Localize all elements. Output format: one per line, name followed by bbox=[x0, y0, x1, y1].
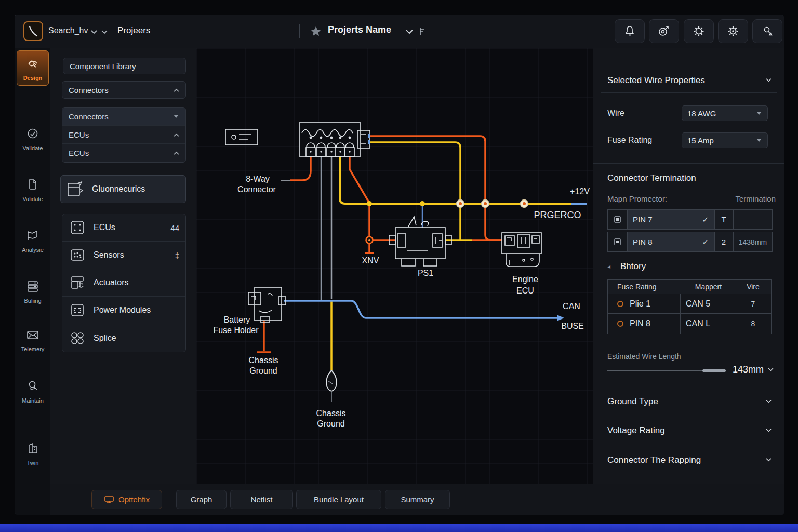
connector-component-icon bbox=[66, 180, 85, 198]
ground-type-section[interactable]: Ground Type bbox=[607, 396, 658, 407]
schematic-canvas[interactable]: 8-Way Connector Battery Fuse Holder Chas… bbox=[196, 48, 593, 484]
label-chassis2-line1: Chassis bbox=[316, 409, 346, 418]
history-header-row: Fuse Rating Mappert Vire bbox=[608, 280, 771, 294]
search-input[interactable]: Search_hv bbox=[48, 26, 88, 35]
sidebar-item-analysis[interactable]: Analysie bbox=[17, 229, 49, 253]
length-slider-handle[interactable] bbox=[702, 369, 726, 372]
chevron-up-icon bbox=[174, 151, 179, 155]
collapse-triangle-icon[interactable]: ◂ bbox=[607, 263, 610, 270]
sidebar-item-telemetry[interactable]: Telemery bbox=[17, 329, 49, 352]
label-prgerco: PRGERCO bbox=[534, 210, 581, 220]
termination-code-cell[interactable]: 2 bbox=[714, 232, 733, 252]
netlist-button[interactable]: Netlist bbox=[230, 490, 293, 509]
estimated-length-value: 143mm bbox=[733, 364, 764, 375]
sidebar-item-validate[interactable]: Validate bbox=[17, 127, 49, 151]
library-item-sensors[interactable]: Sensors ‡ bbox=[62, 242, 185, 269]
chevron-down-icon[interactable] bbox=[766, 78, 772, 82]
row-checkbox-cell[interactable] bbox=[607, 209, 627, 230]
pin-select[interactable]: PIN 7 ✓ bbox=[627, 209, 714, 230]
termination-column-label: Termination bbox=[735, 194, 776, 203]
row-checkbox-cell[interactable] bbox=[607, 232, 627, 252]
pin-select[interactable]: PIN 8 ✓ bbox=[627, 232, 714, 252]
dropdown-row-ecus[interactable]: ECUs bbox=[62, 126, 185, 144]
component-library-panel: Component Library Connectors Connectors … bbox=[50, 48, 196, 484]
library-item-label: Splice bbox=[94, 334, 116, 343]
chevron-down-icon[interactable] bbox=[406, 30, 413, 34]
label-chassis1-line2: Ground bbox=[249, 366, 277, 375]
user-search-button[interactable] bbox=[752, 19, 782, 43]
section-divider bbox=[593, 445, 784, 445]
chevron-down-icon[interactable] bbox=[768, 368, 774, 371]
sidebar-item-building[interactable]: Buliing bbox=[17, 280, 49, 304]
chevron-down-icon[interactable] bbox=[91, 30, 97, 34]
section-divider bbox=[593, 387, 784, 387]
history-wire: 8 bbox=[736, 320, 770, 328]
history-header: Fuse Rating bbox=[608, 283, 681, 291]
connector-wrapping-section[interactable]: Connector The Rapping bbox=[607, 455, 701, 466]
triangle-down-icon bbox=[173, 114, 179, 118]
fuse-rating-label: Fuse Rating bbox=[607, 136, 652, 145]
library-filter-connectors[interactable]: Connectors bbox=[62, 81, 186, 99]
app-logo[interactable] bbox=[23, 21, 43, 41]
actuator-icon bbox=[69, 274, 86, 291]
button-label: Netlist bbox=[251, 495, 273, 504]
project-name[interactable]: Projerts Name bbox=[328, 24, 391, 35]
document-check-icon bbox=[26, 178, 39, 191]
bottom-bar: Opttehfix Graph Netlist Bundle Layout Su… bbox=[50, 484, 784, 515]
sidebar-item-validate-2[interactable]: Validate bbox=[17, 178, 49, 202]
bundle-layout-button[interactable]: Bundle Layout bbox=[296, 490, 381, 509]
power-module-icon bbox=[69, 301, 86, 319]
history-wire: 7 bbox=[736, 300, 770, 308]
label-engine-line1: Engine bbox=[512, 275, 538, 284]
library-item-splice[interactable]: Splice bbox=[62, 324, 185, 352]
dropdown-row-ecus-2[interactable]: ECUs bbox=[62, 144, 185, 162]
sidebar-item-design[interactable]: Design bbox=[17, 50, 49, 86]
star-icon[interactable] bbox=[310, 25, 322, 37]
label-chassis1-line1: Chassis bbox=[249, 356, 278, 365]
history-row[interactable]: PIN 8 CAN L 8 bbox=[608, 314, 771, 334]
termination-code-cell[interactable]: T bbox=[714, 209, 733, 230]
monitor-icon bbox=[104, 496, 114, 504]
summary-button[interactable]: Summary bbox=[385, 490, 450, 509]
chevron-down-icon[interactable] bbox=[101, 30, 108, 34]
status-circle-icon bbox=[617, 321, 623, 327]
notifications-button[interactable] bbox=[615, 19, 645, 43]
chevron-down-icon[interactable] bbox=[766, 429, 772, 432]
termination-row: PIN 7 ✓ T bbox=[607, 209, 773, 230]
history-row[interactable]: Plie 1 CAN 5 7 bbox=[608, 294, 771, 314]
sidebar-item-label: Telemery bbox=[17, 346, 49, 352]
dropdown-row-connectors[interactable]: Connectors bbox=[62, 108, 185, 126]
check-icon: ✓ bbox=[702, 237, 709, 247]
code-value: T bbox=[721, 215, 726, 224]
flag-icon bbox=[419, 28, 425, 36]
fuse-rating-select[interactable]: 15 Amp bbox=[682, 132, 768, 148]
label-chassis2-line2: Ground bbox=[317, 419, 344, 428]
termination-length-cell[interactable]: 1438mm bbox=[733, 232, 773, 252]
fuse-rating-value: 15 Amp bbox=[687, 136, 714, 145]
library-item-connectors[interactable]: Gluonnecurics bbox=[60, 175, 186, 203]
wire-gauge-select[interactable]: 18 AWG bbox=[682, 105, 768, 121]
settings-button-2[interactable] bbox=[718, 19, 748, 43]
voltage-rating-section[interactable]: Voltage Rating bbox=[607, 425, 665, 436]
graph-button[interactable]: Graph bbox=[176, 490, 227, 509]
termination-length-cell[interactable] bbox=[733, 209, 773, 230]
sidebar-item-maintain[interactable]: Maintain bbox=[17, 380, 49, 404]
map-connector-label: Mapn Promector: bbox=[607, 194, 667, 203]
chevron-down-icon[interactable] bbox=[766, 458, 772, 462]
stack-icon bbox=[26, 280, 39, 292]
settings-button[interactable] bbox=[684, 19, 714, 43]
breadcrumb-projects[interactable]: Projeers bbox=[117, 25, 150, 36]
library-item-power-modules[interactable]: Power Modules bbox=[62, 297, 185, 324]
library-item-ecus[interactable]: ECUs 44 bbox=[62, 214, 185, 242]
section-divider bbox=[593, 163, 784, 164]
optichfix-button[interactable]: Opttehfix bbox=[91, 490, 162, 509]
share-button[interactable] bbox=[649, 19, 679, 43]
section-divider bbox=[593, 416, 784, 416]
label-8way-line1: 8-Way bbox=[246, 175, 270, 183]
connector-termination-title: Connector Termination bbox=[607, 173, 696, 183]
library-item-actuators[interactable]: Actuators bbox=[62, 269, 185, 297]
chevron-down-icon[interactable] bbox=[766, 400, 772, 403]
status-circle-icon bbox=[617, 301, 623, 307]
sidebar-item-twin[interactable]: Twin bbox=[17, 442, 49, 466]
properties-panel: Selected Wire Properties Wire 18 AWG Fus… bbox=[593, 48, 784, 484]
